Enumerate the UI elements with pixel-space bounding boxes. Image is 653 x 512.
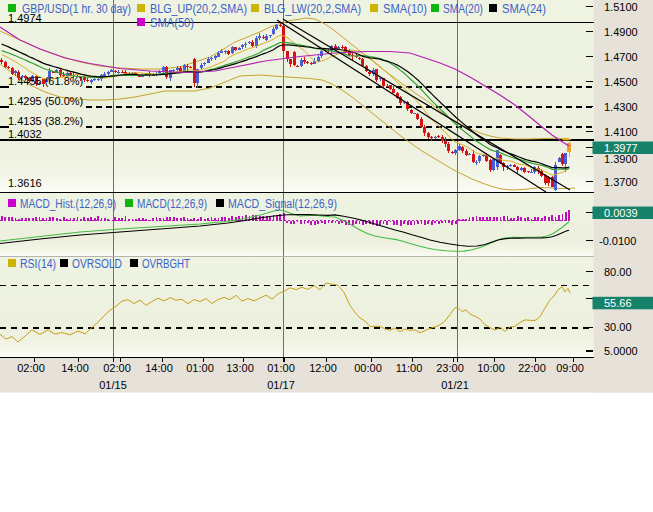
svg-text:-0.0100: -0.0100 [599, 235, 636, 247]
svg-text:02:00: 02:00 [17, 362, 45, 374]
svg-text:01/21: 01/21 [441, 379, 469, 391]
svg-text:14:00: 14:00 [145, 362, 173, 374]
svg-text:80.00: 80.00 [604, 266, 632, 278]
svg-text:23:00: 23:00 [436, 362, 464, 374]
svg-text:00:00: 00:00 [354, 362, 382, 374]
svg-text:30.00: 30.00 [604, 321, 632, 333]
svg-text:1.4500: 1.4500 [604, 76, 638, 88]
svg-text:1.4700: 1.4700 [604, 51, 638, 63]
svg-text:5.0000: 5.0000 [604, 345, 638, 357]
svg-text:1.3616: 1.3616 [8, 177, 42, 189]
svg-text:1.3977: 1.3977 [604, 142, 638, 154]
svg-text:SMA(50): SMA(50) [150, 16, 194, 30]
svg-text:OVRSOLD: OVRSOLD [72, 257, 122, 271]
svg-text:55.66: 55.66 [604, 297, 632, 309]
svg-text:BLG_UP(20,2,SMA): BLG_UP(20,2,SMA) [150, 2, 247, 16]
svg-text:01:00: 01:00 [267, 362, 295, 374]
svg-text:13:00: 13:00 [226, 362, 254, 374]
svg-text:01/17: 01/17 [267, 379, 295, 391]
svg-text:1.3700: 1.3700 [604, 176, 638, 188]
svg-text:1.4135 (38.2%): 1.4135 (38.2%) [8, 115, 83, 127]
svg-text:1.5100: 1.5100 [604, 1, 638, 13]
svg-text:1.4295 (50.0%): 1.4295 (50.0%) [8, 95, 83, 107]
svg-text:1.4100: 1.4100 [604, 126, 638, 138]
svg-text:09:00: 09:00 [556, 362, 584, 374]
svg-text:10:00: 10:00 [477, 362, 505, 374]
svg-text:1.4900: 1.4900 [604, 26, 638, 38]
svg-text:SMA(10): SMA(10) [383, 2, 427, 16]
svg-text:1.4032: 1.4032 [8, 128, 42, 140]
svg-text:OVRBGHT: OVRBGHT [142, 257, 191, 271]
svg-text:MACD_Signal(12,26,9): MACD_Signal(12,26,9) [228, 197, 337, 211]
svg-text:01:00: 01:00 [186, 362, 214, 374]
svg-text:SMA(20): SMA(20) [443, 2, 483, 16]
svg-text:1.4455 (61.8%): 1.4455 (61.8%) [8, 75, 83, 87]
svg-text:SMA(24): SMA(24) [502, 2, 546, 16]
svg-text:12:00: 12:00 [309, 362, 337, 374]
svg-text:1.4300: 1.4300 [604, 101, 638, 113]
svg-text:0.0039: 0.0039 [604, 207, 638, 219]
svg-text:1.3900: 1.3900 [604, 153, 638, 165]
svg-text:RSI(14): RSI(14) [20, 257, 56, 271]
svg-text:01/15: 01/15 [99, 379, 127, 391]
svg-text:11:00: 11:00 [396, 362, 423, 374]
svg-text:GBP/USD(1 hr. 30 day): GBP/USD(1 hr. 30 day) [22, 2, 131, 16]
svg-text:MACD_Hist.(12,26,9): MACD_Hist.(12,26,9) [20, 197, 116, 211]
svg-text:BLG_LW(20,2,SMA): BLG_LW(20,2,SMA) [264, 2, 361, 16]
svg-text:MACD(12,26,9): MACD(12,26,9) [137, 197, 207, 211]
svg-text:14:00: 14:00 [61, 362, 89, 374]
svg-text:02:00: 02:00 [103, 362, 131, 374]
svg-text:22:00: 22:00 [518, 362, 546, 374]
